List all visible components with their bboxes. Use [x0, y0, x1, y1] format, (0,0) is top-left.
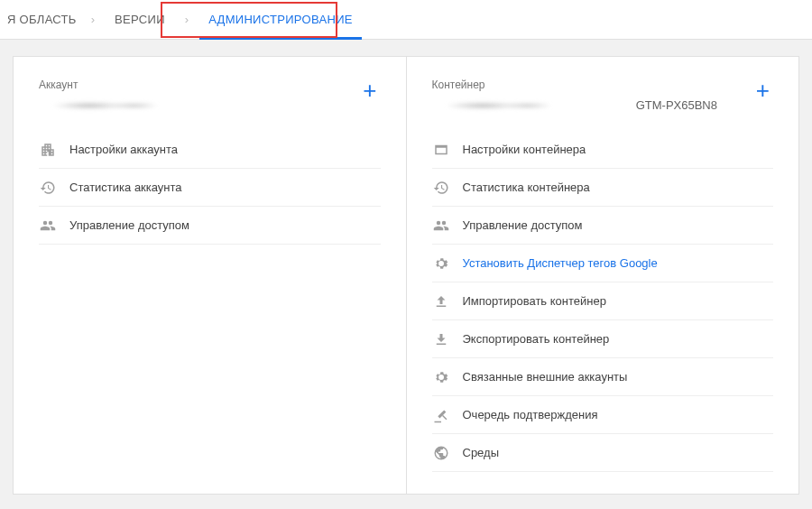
approval-queue-item[interactable]: Очередь подтверждения [432, 396, 774, 434]
menu-label: Среды [463, 446, 500, 459]
top-tabs: Я ОБЛАСТЬ › ВЕРСИИ › АДМИНИСТРИРОВАНИЕ [0, 0, 812, 40]
menu-label: Настройки контейнера [463, 143, 586, 156]
account-activity-item[interactable]: Статистика аккаунта [39, 169, 381, 207]
upload-icon [432, 292, 450, 310]
building-icon [39, 141, 57, 159]
add-account-button[interactable]: + [359, 79, 380, 102]
tab-label: ВЕРСИИ [115, 13, 165, 26]
browser-icon [432, 141, 450, 159]
gavel-icon [432, 406, 450, 424]
globe-icon [432, 444, 450, 462]
admin-panel: Аккаунт + Настройки аккаунта Статистика … [13, 56, 799, 495]
account-header: Аккаунт [39, 79, 165, 91]
add-container-button[interactable]: + [752, 79, 773, 102]
container-id: GTM-PX65BN8 [636, 98, 717, 112]
account-name-redacted [39, 98, 165, 113]
install-gtm-item[interactable]: Установить Диспетчер тегов Google [432, 245, 774, 282]
chevron-right-icon: › [185, 13, 189, 26]
container-access-item[interactable]: Управление доступом [432, 207, 774, 245]
tab-label: АДМИНИСТРИРОВАНИЕ [208, 13, 353, 26]
history-icon [432, 179, 450, 197]
gear-icon [432, 368, 450, 386]
gear-icon [432, 255, 450, 273]
menu-label: Очередь подтверждения [463, 408, 598, 421]
menu-label: Связанные внешние аккаунты [463, 370, 628, 384]
environments-item[interactable]: Среды [432, 434, 774, 472]
menu-label: Импортировать контейнер [463, 294, 606, 308]
people-icon [39, 217, 57, 235]
chevron-right-icon: › [91, 13, 95, 26]
menu-label: Управление доступом [463, 218, 583, 232]
tab-admin[interactable]: АДМИНИСТРИРОВАНИЕ [192, 0, 369, 40]
menu-label: Экспортировать контейнер [463, 332, 610, 346]
tab-label: Я ОБЛАСТЬ [7, 13, 77, 26]
tab-workspace[interactable]: Я ОБЛАСТЬ [0, 0, 88, 40]
menu-label: Установить Диспетчер тегов Google [463, 256, 658, 270]
external-accounts-item[interactable]: Связанные внешние аккаунты [432, 358, 774, 396]
menu-label: Управление доступом [69, 218, 189, 232]
account-column: Аккаунт + Настройки аккаунта Статистика … [14, 57, 407, 494]
import-container-item[interactable]: Импортировать контейнер [432, 282, 774, 320]
container-header: Контейнер [432, 79, 558, 91]
menu-label: Статистика контейнера [463, 180, 590, 194]
download-icon [432, 330, 450, 348]
people-icon [432, 217, 450, 235]
account-access-item[interactable]: Управление доступом [39, 207, 381, 245]
export-container-item[interactable]: Экспортировать контейнер [432, 320, 774, 358]
menu-label: Статистика аккаунта [69, 180, 182, 194]
account-settings-item[interactable]: Настройки аккаунта [39, 131, 381, 169]
container-settings-item[interactable]: Настройки контейнера [432, 131, 774, 169]
tab-versions[interactable]: ВЕРСИИ [98, 0, 181, 40]
menu-label: Настройки аккаунта [69, 143, 178, 156]
container-activity-item[interactable]: Статистика контейнера [432, 169, 774, 207]
container-column: Контейнер + GTM-PX65BN8 Настройки контей… [407, 57, 799, 494]
history-icon [39, 179, 57, 197]
container-name-redacted [432, 98, 558, 113]
